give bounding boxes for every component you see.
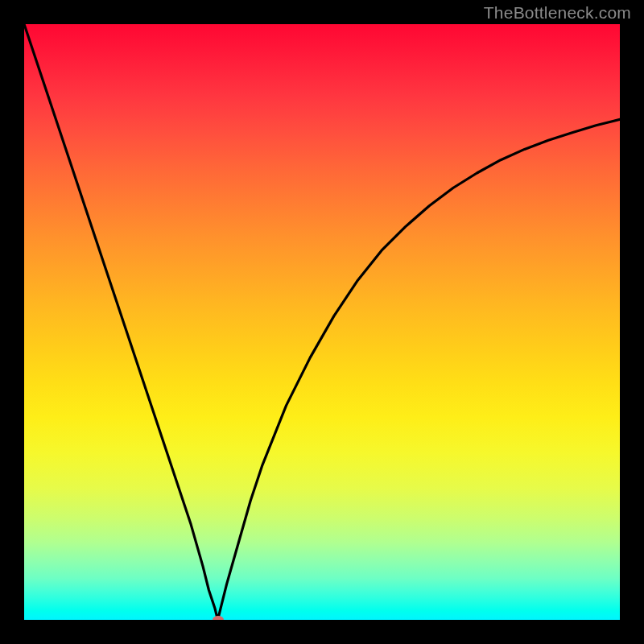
watermark-text: TheBottleneck.com [484,3,631,23]
bottleneck-curve [24,24,620,620]
plot-area [24,24,620,620]
chart-frame: TheBottleneck.com [0,0,644,644]
minimum-marker [213,616,224,620]
